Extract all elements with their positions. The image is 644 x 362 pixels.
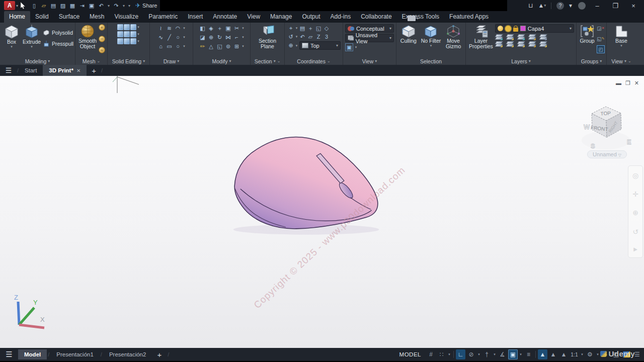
- panel-label-coordinates[interactable]: Coordinates⌄: [286, 57, 342, 65]
- viewcube-compass-south[interactable]: S: [591, 142, 595, 150]
- layer-color-swatch[interactable]: [520, 26, 526, 31]
- slice-icon[interactable]: [117, 31, 123, 37]
- trim-icon-caret[interactable]: ▾: [242, 26, 245, 30]
- arc-icon[interactable]: ◠: [174, 24, 182, 32]
- ribbon-tab-featured-apps[interactable]: Featured Apps: [444, 11, 494, 23]
- pan-icon[interactable]: ✛: [632, 190, 638, 198]
- circle-icon[interactable]: ○: [174, 33, 182, 41]
- ortho-mode-icon[interactable]: ∟: [456, 349, 465, 359]
- visual-style-dropdown[interactable]: Conceptual ▾: [345, 24, 394, 33]
- culling-button[interactable]: Culling: [399, 24, 418, 44]
- application-menu-button[interactable]: A: [4, 1, 15, 10]
- file-tab-3d-print-[interactable]: 3D Print*✕: [43, 65, 87, 76]
- array-icon-caret[interactable]: ▾: [242, 44, 245, 48]
- fillet-icon-caret[interactable]: ▾: [242, 35, 245, 39]
- isometric-drafting-icon-caret[interactable]: ▾: [493, 352, 497, 356]
- base-button[interactable]: Base▾: [612, 24, 631, 48]
- ellipse-icon-caret[interactable]: ▾: [183, 44, 186, 48]
- extract-edges-icon[interactable]: [130, 38, 136, 44]
- annotation-visibility-icon[interactable]: ▲: [538, 349, 547, 359]
- grid-display-icon[interactable]: #: [426, 349, 436, 359]
- panel-label-draw[interactable]: Draw▾: [151, 57, 192, 65]
- redo-caret-icon[interactable]: ▾: [122, 2, 126, 10]
- offset-edge-icon[interactable]: [124, 38, 130, 44]
- ucs-named-icon[interactable]: ▤: [298, 24, 306, 32]
- ungroup-icon[interactable]: ◲✕: [597, 24, 605, 32]
- viewport-config-icon[interactable]: ▣: [345, 43, 353, 51]
- ucs-world-icon[interactable]: ⊕: [287, 42, 295, 50]
- ucs-face-icon[interactable]: ▱: [306, 33, 314, 41]
- polysolid-button[interactable]: Polysolid: [42, 29, 74, 37]
- zoom-icon[interactable]: ⊕: [632, 209, 638, 217]
- ribbon-tab-insert[interactable]: Insert: [183, 11, 208, 23]
- rotate-3d-icon[interactable]: ⊕: [207, 33, 215, 41]
- qat-more-icon[interactable]: ▾: [127, 2, 131, 10]
- viewcube-named-view-dropdown[interactable]: Unnamed ▽: [587, 150, 627, 158]
- drawing-restore-icon[interactable]: ❐: [625, 80, 630, 86]
- align-3d-icon[interactable]: ◈: [207, 24, 215, 32]
- viewcube-compass-west[interactable]: W: [584, 123, 590, 131]
- trim-icon[interactable]: ✂: [233, 24, 241, 32]
- layer-unlock-state-icon[interactable]: [513, 28, 518, 32]
- layout-menu-icon[interactable]: ☰: [0, 350, 18, 359]
- isometric-drafting-icon[interactable]: †: [482, 349, 492, 359]
- layer-on-all-icon[interactable]: [506, 41, 513, 47]
- undo-caret-icon[interactable]: ▾: [107, 2, 111, 10]
- ucs-top-dropdown[interactable]: Top ▾: [299, 41, 341, 50]
- drawing-close-icon[interactable]: ✕: [634, 80, 639, 86]
- layer-match-icon[interactable]: [539, 34, 546, 40]
- spline-icon[interactable]: ∿: [157, 33, 165, 41]
- ucs-dynamic-icon-caret[interactable]: ▾: [295, 35, 298, 39]
- open-file-icon[interactable]: ▱: [40, 2, 48, 10]
- save-icon[interactable]: ▤: [49, 2, 57, 10]
- layer-off-icon[interactable]: [495, 41, 502, 47]
- ribbon-tab-mesh[interactable]: Mesh: [85, 11, 109, 23]
- ribbon-tab-collaborate[interactable]: Collaborate: [356, 11, 396, 23]
- autodesk-logo-icon[interactable]: ▲▾: [538, 2, 546, 9]
- polar-tracking-icon-caret[interactable]: ▾: [477, 352, 481, 356]
- viewcube-top-face[interactable]: TOP: [600, 110, 611, 116]
- section-plane-button[interactable]: Section Plane: [253, 24, 282, 50]
- panel-label-section[interactable]: Section▾⌄: [252, 57, 283, 65]
- ucs-world-icon-caret[interactable]: ▾: [295, 44, 298, 48]
- ribbon-tab-manage[interactable]: Manage: [265, 11, 297, 23]
- file-tab-start[interactable]: Start: [19, 65, 43, 76]
- move-gizmo-button[interactable]: Move Gizmo: [444, 24, 463, 50]
- polygon-icon[interactable]: ⌂: [157, 42, 165, 50]
- refine-mesh-icon[interactable]: ≈: [99, 47, 105, 53]
- ucs-origin-icon[interactable]: ＋: [306, 24, 314, 32]
- workspace-thumbnail-icon[interactable]: [408, 16, 416, 21]
- help-caret-icon[interactable]: ▾: [569, 2, 573, 9]
- smooth-object-button[interactable]: Smooth Object: [77, 24, 98, 50]
- cart-icon[interactable]: ⊔: [528, 2, 533, 9]
- redo-icon[interactable]: ↷: [112, 2, 120, 10]
- model-space-toggle[interactable]: MODEL: [395, 351, 425, 357]
- ucs-icon-caret[interactable]: ▾: [295, 26, 298, 30]
- layer-walk-icon[interactable]: [539, 41, 546, 47]
- layout-tab-presentaci-n1[interactable]: Presentación1: [50, 349, 100, 359]
- move-icon[interactable]: ＋: [216, 24, 224, 32]
- navigation-wheel-icon[interactable]: ◎: [632, 171, 638, 179]
- lineweight-icon[interactable]: ≡: [524, 349, 533, 359]
- app-badge-icon[interactable]: [578, 2, 586, 10]
- scale-icon[interactable]: ◱: [216, 42, 224, 50]
- ucs-dynamic-icon[interactable]: ↺: [287, 33, 295, 41]
- file-tab-close-icon[interactable]: ✕: [76, 68, 80, 73]
- layer-unlock-icon[interactable]: [528, 41, 535, 47]
- mirror-icon[interactable]: ⋈: [224, 33, 232, 41]
- layer-on-state-icon[interactable]: [498, 26, 503, 31]
- layer-isolate-icon[interactable]: [495, 34, 502, 40]
- workspace-switching-icon-caret[interactable]: ▾: [596, 352, 600, 356]
- rotate-icon[interactable]: ↻: [216, 33, 224, 41]
- group-button[interactable]: Group: [579, 24, 596, 44]
- stretch-icon[interactable]: ◧: [199, 24, 207, 32]
- measure-icon[interactable]: △: [207, 42, 215, 50]
- object-snap-icon[interactable]: ▣: [508, 349, 518, 359]
- viewcube-front-face[interactable]: FRONT: [591, 125, 608, 132]
- ucs-object-icon[interactable]: ◇: [323, 24, 331, 32]
- fillet-icon[interactable]: ⌐: [233, 33, 241, 41]
- panel-label-solid-editing[interactable]: Solid Editing▾: [109, 57, 148, 65]
- ribbon-tab-home[interactable]: Home: [4, 11, 30, 23]
- layer-thaw-all-icon[interactable]: [517, 41, 524, 47]
- ucs-3point-icon[interactable]: 3: [323, 33, 331, 41]
